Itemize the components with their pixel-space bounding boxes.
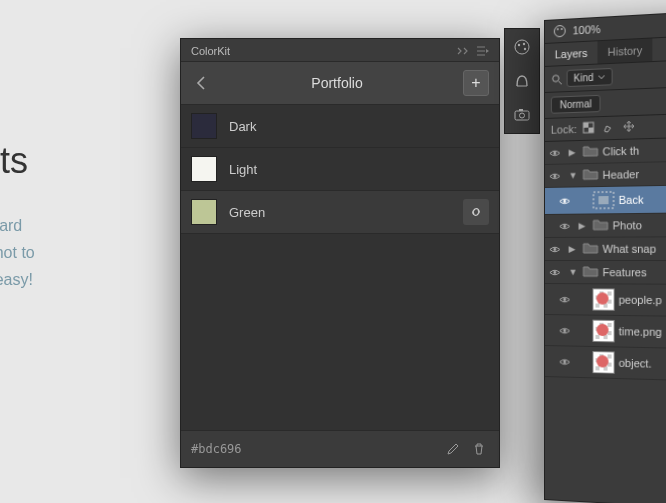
lock-label: Lock: <box>551 123 577 136</box>
edit-icon[interactable] <box>443 439 463 459</box>
visibility-eye-icon[interactable] <box>549 148 565 157</box>
svg-point-7 <box>554 25 565 37</box>
lock-move-icon[interactable] <box>623 120 637 135</box>
svg-point-10 <box>553 75 559 82</box>
blend-mode-label: Normal <box>560 98 592 110</box>
panel-menu-icon[interactable] <box>477 46 489 56</box>
layer-row[interactable]: people.p <box>545 284 666 318</box>
search-icon[interactable] <box>551 73 563 86</box>
swatch-label: Dark <box>229 119 489 134</box>
layer-name: people.p <box>619 294 666 308</box>
svg-point-15 <box>553 174 556 177</box>
swatch-row[interactable]: Green <box>181 191 499 234</box>
layer-name: Header <box>603 166 666 181</box>
plus-icon: + <box>471 74 480 92</box>
swatch-label: Green <box>229 205 463 220</box>
app-palette-icon[interactable] <box>553 24 567 39</box>
layer-row[interactable]: ▶Click th <box>545 136 666 165</box>
visibility-eye-icon[interactable] <box>549 171 565 180</box>
svg-point-20 <box>553 248 556 251</box>
layer-row[interactable]: ▼Header <box>545 160 666 188</box>
visibility-eye-icon[interactable] <box>559 196 575 205</box>
layer-row[interactable]: object. <box>545 346 666 383</box>
visibility-eye-icon[interactable] <box>549 244 565 253</box>
visibility-eye-icon[interactable] <box>559 326 575 335</box>
svg-point-3 <box>524 48 526 50</box>
layer-name: Features <box>603 266 666 279</box>
visibility-eye-icon[interactable] <box>559 221 575 230</box>
swatch-row[interactable]: Light <box>181 148 499 191</box>
svg-point-2 <box>523 43 525 45</box>
layer-name: Back <box>619 192 666 206</box>
disclosure-right-icon[interactable]: ▶ <box>569 244 579 254</box>
layer-row[interactable]: time.png <box>545 315 666 350</box>
tab-layers[interactable]: Layers <box>545 41 598 66</box>
swatches-icon[interactable] <box>510 69 534 93</box>
lock-brush-icon[interactable] <box>603 121 617 136</box>
layer-thumbnail <box>592 351 614 374</box>
layer-row[interactable]: ▶Photo <box>545 213 666 238</box>
disclosure-right-icon[interactable]: ▶ <box>569 147 579 157</box>
colorkit-header: Portfolio + <box>181 62 499 105</box>
visibility-eye-icon[interactable] <box>549 268 565 277</box>
collapse-icon[interactable] <box>457 47 471 55</box>
folder-icon <box>582 265 598 279</box>
layer-row[interactable]: ▼Features <box>545 261 666 285</box>
disclosure-down-icon[interactable]: ▼ <box>569 170 579 180</box>
blend-mode-dropdown[interactable]: Normal <box>551 95 601 114</box>
visibility-eye-icon[interactable] <box>559 295 575 304</box>
palette-icon[interactable] <box>510 35 534 59</box>
chevron-down-icon <box>598 74 606 80</box>
camera-icon[interactable] <box>510 103 534 127</box>
layer-name: object. <box>619 357 666 372</box>
link-icon[interactable] <box>463 199 489 225</box>
bg-line: standard <box>0 217 22 234</box>
zoom-level[interactable]: 100% <box>573 23 601 37</box>
add-swatch-button[interactable]: + <box>463 70 489 96</box>
svg-point-21 <box>553 271 556 274</box>
folder-icon <box>582 168 598 182</box>
layer-name: time.png <box>619 325 666 339</box>
tool-column <box>504 28 540 134</box>
colorkit-footer: #bdc696 <box>181 430 499 467</box>
visibility-eye-icon[interactable] <box>559 357 575 366</box>
svg-rect-12 <box>584 123 589 128</box>
trash-icon[interactable] <box>469 439 489 459</box>
bg-line: very easy! <box>0 271 33 288</box>
colorkit-title-label: ColorKit <box>191 45 230 57</box>
svg-rect-18 <box>598 196 608 204</box>
tab-history[interactable]: History <box>598 38 653 63</box>
layer-row[interactable]: ▶What snap <box>545 237 666 261</box>
disclosure-down-icon[interactable]: ▼ <box>569 267 579 277</box>
lock-transparency-icon[interactable] <box>583 121 597 136</box>
hex-value[interactable]: #bdc696 <box>191 442 437 456</box>
folder-icon <box>582 145 598 160</box>
svg-point-23 <box>563 329 566 332</box>
swatch-chip <box>191 156 217 182</box>
shape-layer-icon <box>592 191 614 210</box>
folder-icon <box>582 242 598 256</box>
layer-thumbnail <box>592 288 614 311</box>
swatch-chip <box>191 113 217 139</box>
svg-point-9 <box>561 28 563 30</box>
svg-point-0 <box>515 40 529 54</box>
layer-name: What snap <box>603 242 666 255</box>
swatch-label: Light <box>229 162 489 177</box>
colorkit-titlebar[interactable]: ColorKit <box>181 39 499 62</box>
svg-point-5 <box>520 113 525 118</box>
svg-rect-4 <box>515 111 529 120</box>
layer-row[interactable]: Back <box>545 185 666 215</box>
swatch-row[interactable]: Dark <box>181 105 499 148</box>
filter-kind-dropdown[interactable]: Kind <box>567 68 613 87</box>
svg-point-22 <box>563 298 566 301</box>
back-button[interactable] <box>191 73 211 93</box>
bg-heading: hots <box>0 140 35 182</box>
layer-name: Click th <box>603 142 666 158</box>
filter-kind-label: Kind <box>574 72 594 84</box>
swatch-chip <box>191 199 217 225</box>
svg-point-14 <box>553 151 556 154</box>
svg-point-16 <box>563 199 566 202</box>
layer-thumbnail <box>592 320 614 343</box>
svg-point-8 <box>557 28 559 30</box>
disclosure-right-icon[interactable]: ▶ <box>579 221 589 231</box>
